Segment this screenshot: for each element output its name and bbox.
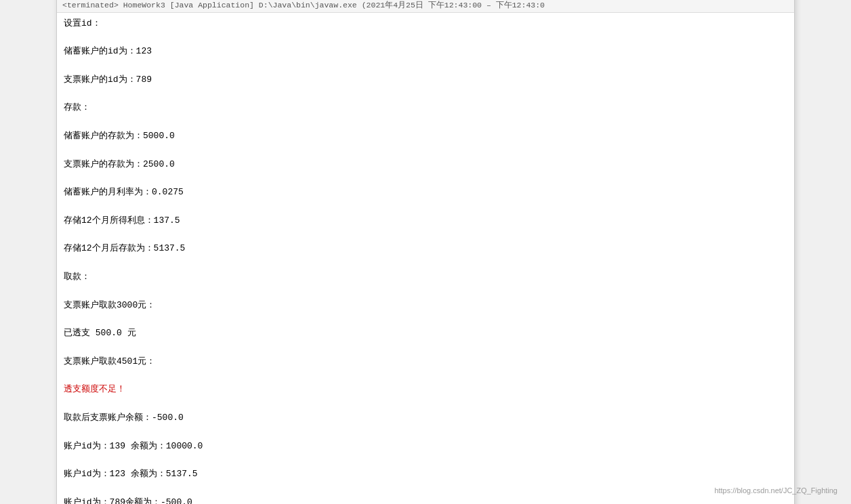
console-line: 已透支 500.0 元	[64, 327, 787, 341]
watermark: https://blog.csdn.net/JC_ZQ_Fighting	[714, 486, 837, 495]
console-line: 储蓄账户的存款为：5000.0	[64, 129, 787, 144]
console-line: 支票账户取款4501元：	[64, 355, 787, 369]
console-line: 账户id为：139 余额为：10000.0	[64, 440, 787, 454]
console-line: 支票账户的存款为：2500.0	[64, 158, 787, 172]
console-line: 存储12个月后存款为：5137.5	[64, 242, 787, 256]
console-line: 存储12个月所得利息：137.5	[64, 214, 787, 228]
eclipse-window: ! Problems ▶ Console ✕ @ Javadoc 📋 Decla…	[56, 0, 795, 504]
console-line: 取款后支票账户余额：-500.0	[64, 411, 787, 425]
console-line: 支票账户取款3000元：	[64, 299, 787, 313]
console-line: 设置id：	[64, 17, 787, 31]
console-line: 透支额度不足！	[64, 383, 787, 397]
console-line: 支票账户的id为：789	[64, 73, 787, 87]
console-line: 储蓄账户的id为：123	[64, 45, 787, 59]
console-line: 取款：	[64, 270, 787, 285]
console-line: 储蓄账户的月利率为：0.0275	[64, 186, 787, 200]
console-line: 账户id为：123 余额为：5137.5	[64, 467, 787, 482]
console-line: 存款：	[64, 101, 787, 115]
console-header: <terminated> HomeWork3 [Java Application…	[57, 0, 794, 13]
console-area: <terminated> HomeWork3 [Java Application…	[57, 0, 794, 504]
console-line: 账户id为：789余额为：-500.0	[64, 496, 787, 504]
console-output[interactable]: 设置id：储蓄账户的id为：123支票账户的id为：789存款：储蓄账户的存款为…	[57, 13, 794, 504]
